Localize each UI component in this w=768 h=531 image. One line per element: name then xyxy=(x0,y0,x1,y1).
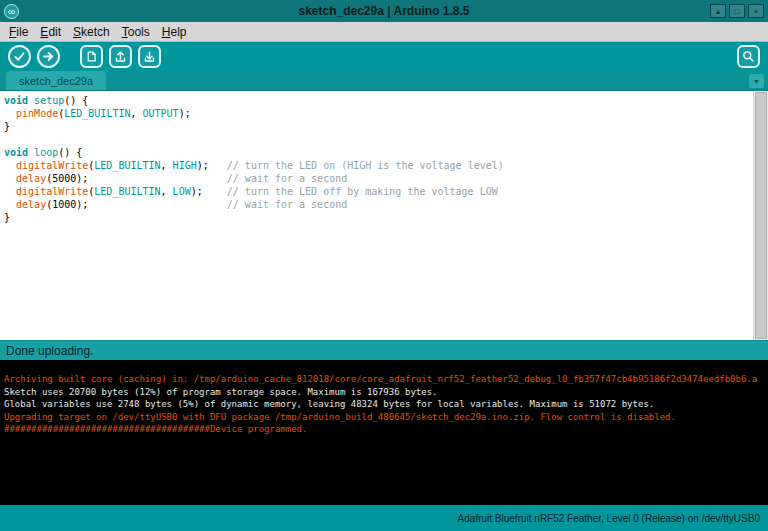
document-icon xyxy=(85,50,98,63)
code-line xyxy=(4,133,751,146)
save-button[interactable] xyxy=(138,45,161,68)
arrow-right-icon xyxy=(42,50,55,63)
titlebar[interactable]: ∞ sketch_dec29a | Arduino 1.8.5 ▴ □ × xyxy=(0,0,768,22)
code-line: } xyxy=(4,120,751,133)
window-controls: ▴ □ × xyxy=(707,4,764,18)
open-button[interactable] xyxy=(109,45,132,68)
arrow-up-tray-icon xyxy=(114,50,127,63)
menubar: File Edit Sketch Tools Help xyxy=(0,22,768,42)
editor-area: void setup() { pinMode(LED_BUILTIN, OUTP… xyxy=(0,91,768,340)
code-line: digitalWrite(LED_BUILTIN, HIGH); // turn… xyxy=(4,159,751,172)
tab-list-button[interactable]: ▼ xyxy=(749,74,764,88)
maximize-button[interactable]: □ xyxy=(729,4,745,18)
close-button[interactable]: × xyxy=(748,4,764,18)
code-editor[interactable]: void setup() { pinMode(LED_BUILTIN, OUTP… xyxy=(0,91,753,340)
menu-tools[interactable]: Tools xyxy=(116,23,156,41)
menu-sketch[interactable]: Sketch xyxy=(67,23,116,41)
tab-bar: sketch_dec29a ▼ xyxy=(0,71,768,91)
editor-scrollbar[interactable] xyxy=(753,91,768,340)
code-line: delay(5000); // wait for a second xyxy=(4,172,751,185)
tab-label: sketch_dec29a xyxy=(19,75,93,87)
toolbar xyxy=(0,42,768,71)
menu-edit[interactable]: Edit xyxy=(34,23,67,41)
shade-button[interactable]: ▴ xyxy=(710,4,726,18)
chevron-down-icon: ▼ xyxy=(753,78,760,85)
arduino-ide-window: ∞ sketch_dec29a | Arduino 1.8.5 ▴ □ × Fi… xyxy=(0,0,768,531)
code-line: delay(1000); // wait for a second xyxy=(4,198,751,211)
console-output[interactable]: Archiving built core (caching) in: /tmp/… xyxy=(0,360,768,505)
board-info: Adafruit Bluefruit nRF52 Feather, Level … xyxy=(458,513,760,524)
magnifier-icon xyxy=(742,50,755,63)
console-line: Upgrading target on /dev/ttyUSB0 with DF… xyxy=(4,411,764,424)
upload-button[interactable] xyxy=(37,45,60,68)
tab-sketch-dec29a[interactable]: sketch_dec29a xyxy=(6,71,106,90)
footer-bar: Adafruit Bluefruit nRF52 Feather, Level … xyxy=(0,505,768,531)
menu-help[interactable]: Help xyxy=(156,23,193,41)
code-line: pinMode(LED_BUILTIN, OUTPUT); xyxy=(4,107,751,120)
check-icon xyxy=(13,50,26,63)
window-title: sketch_dec29a | Arduino 1.8.5 xyxy=(0,4,768,18)
arduino-logo-icon: ∞ xyxy=(4,4,19,19)
menu-file[interactable]: File xyxy=(3,23,34,41)
code-line: void loop() { xyxy=(4,146,751,159)
code-line: digitalWrite(LED_BUILTIN, LOW); // turn … xyxy=(4,185,751,198)
code-line: void setup() { xyxy=(4,94,751,107)
verify-button[interactable] xyxy=(8,45,31,68)
console-line: ######################################De… xyxy=(4,423,764,436)
console-line: Sketch uses 20700 bytes (12%) of program… xyxy=(4,386,764,399)
arrow-down-tray-icon xyxy=(143,50,156,63)
serial-monitor-button[interactable] xyxy=(737,45,760,68)
console-line: Archiving built core (caching) in: /tmp/… xyxy=(4,373,764,386)
status-bar: Done uploading. xyxy=(0,340,768,360)
status-message: Done uploading. xyxy=(6,344,93,358)
new-sketch-button[interactable] xyxy=(80,45,103,68)
scrollbar-thumb[interactable] xyxy=(755,92,767,339)
console-line: Global variables use 2748 bytes (5%) of … xyxy=(4,398,764,411)
code-line: } xyxy=(4,211,751,224)
